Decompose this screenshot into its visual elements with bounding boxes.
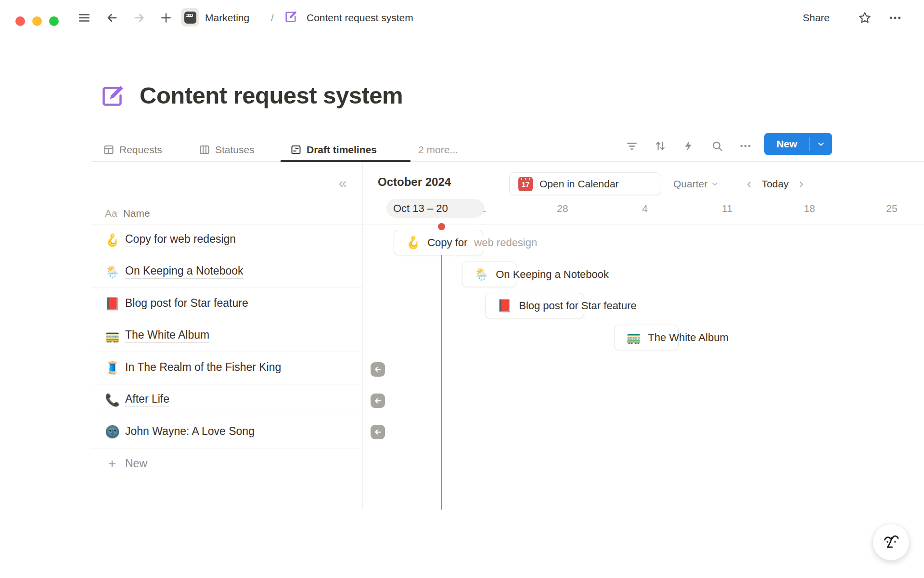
month-gridline — [610, 224, 610, 510]
card-title: On Keeping a Notebook — [496, 268, 609, 281]
sort-icon[interactable] — [652, 137, 669, 155]
close-window-button[interactable] — [15, 16, 25, 26]
timeline-card[interactable]: 🌦️On Keeping a Notebook — [462, 262, 516, 287]
timeline-card[interactable]: 🪝Copy forweb redesign — [394, 230, 483, 255]
breadcrumb-page-icon — [283, 10, 298, 24]
new-button[interactable]: New — [764, 133, 809, 155]
row-emoji-icon: 📞 — [105, 393, 119, 407]
breadcrumb-workspace[interactable]: Marketing — [205, 11, 249, 25]
card-emoji-icon: 🪝 — [406, 236, 421, 250]
breadcrumb-separator: / — [271, 11, 274, 25]
table-row[interactable]: 🪝Copy for web redesign — [91, 224, 362, 256]
table-row[interactable]: 📕Blog post for Star feature — [91, 288, 362, 320]
table-icon — [103, 144, 115, 156]
zoom-window-button[interactable] — [49, 16, 59, 26]
card-emoji-icon: 🚃 — [626, 330, 641, 344]
board-icon — [199, 144, 210, 156]
table-row[interactable]: 📞After Life — [91, 384, 362, 417]
date-tick: 18 — [804, 203, 815, 214]
row-emoji-icon: 🌦️ — [105, 265, 119, 279]
scroll-to-item-button[interactable] — [371, 394, 385, 408]
tabs-divider — [91, 161, 924, 162]
row-title-link[interactable]: On Keeping a Notebook — [125, 264, 244, 279]
row-title-link[interactable]: After Life — [125, 393, 169, 407]
row-title-link[interactable]: The White Album — [125, 328, 209, 343]
tab-draft-timelines[interactable]: Draft timelines — [290, 139, 377, 161]
tab-requests[interactable]: Requests — [103, 139, 162, 161]
new-dropdown-button[interactable] — [810, 133, 832, 155]
column-name-label: Name — [123, 208, 150, 219]
row-title-link[interactable]: Blog post for Star feature — [125, 297, 248, 311]
table-row[interactable]: 🧵In The Realm of the Fisher King — [91, 352, 362, 384]
card-title: Copy for — [427, 236, 467, 249]
next-week-button[interactable]: › — [799, 176, 804, 191]
minimize-window-button[interactable] — [32, 16, 42, 26]
today-button[interactable]: Today — [762, 178, 789, 190]
card-title: The White Album — [648, 331, 729, 344]
row-emoji-icon: 🚃 — [105, 329, 119, 343]
back-icon[interactable] — [105, 11, 119, 25]
tab-statuses[interactable]: Statuses — [199, 139, 255, 161]
ai-face-icon — [881, 532, 901, 552]
card-title: Blog post for Star feature — [519, 300, 637, 312]
page-icon[interactable] — [99, 83, 126, 110]
automations-lightning-icon[interactable] — [680, 137, 697, 155]
scroll-to-item-button[interactable] — [371, 425, 385, 439]
chevron-down-icon — [711, 181, 718, 187]
today-line — [441, 224, 442, 510]
card-emoji-icon: 📕 — [497, 299, 512, 313]
tab-label: Draft timelines — [307, 144, 377, 156]
filter-icon[interactable] — [623, 137, 641, 155]
row-emoji-icon: 🧵 — [105, 361, 119, 375]
tab-label: Requests — [119, 144, 162, 156]
zoom-level-label: Quarter — [673, 178, 707, 190]
share-button[interactable]: Share — [803, 11, 830, 25]
active-tab-underline — [281, 160, 411, 162]
arrow-left-icon — [373, 428, 382, 436]
table-new-row-button[interactable]: +New — [91, 448, 362, 481]
row-emoji-icon: 📕 — [105, 297, 119, 311]
new-button-group: New — [764, 133, 832, 155]
timeline-icon — [290, 144, 302, 156]
timeline-navigation: ‹ Today › — [747, 172, 803, 195]
timeline-month-label: October 2024 — [378, 175, 451, 189]
current-week-pill[interactable]: Oct 13 – 20 — [386, 199, 484, 218]
tab-label: Statuses — [215, 144, 255, 156]
new-page-icon[interactable] — [159, 11, 173, 25]
timeline-zoom-select[interactable]: Quarter — [673, 172, 718, 195]
forward-icon[interactable] — [132, 11, 146, 25]
breadcrumb-page[interactable]: Content request system — [307, 11, 413, 25]
timeline-card[interactable]: 🚃The White Album — [614, 325, 679, 350]
table-row[interactable]: 🌦️On Keeping a Notebook — [91, 256, 362, 289]
favorite-star-icon[interactable] — [858, 11, 872, 25]
calendar-icon: 17 — [518, 177, 533, 191]
row-title-link[interactable]: John Wayne: A Love Song — [125, 425, 255, 439]
scroll-to-item-button[interactable] — [371, 362, 385, 377]
table-row[interactable]: 🌚John Wayne: A Love Song — [91, 416, 362, 448]
prev-week-button[interactable]: ‹ — [747, 176, 751, 191]
timeline-card[interactable]: 📕Blog post for Star feature — [485, 293, 584, 318]
notion-ai-button[interactable] — [873, 524, 910, 561]
view-options-icon[interactable] — [737, 137, 754, 155]
sidebar-menu-icon[interactable] — [77, 11, 91, 25]
column-type-icon: Aa — [105, 208, 117, 219]
table-row[interactable]: 🚃The White Album — [91, 320, 362, 353]
header-divider — [91, 224, 924, 224]
card-emoji-icon: 🌦️ — [474, 267, 489, 281]
table-column-header[interactable]: Aa Name — [91, 202, 150, 224]
card-title-overflow: web redesign — [474, 236, 537, 249]
arrow-left-icon — [373, 365, 382, 374]
new-row-label: New — [125, 457, 147, 471]
row-title-link[interactable]: Copy for web redesign — [125, 233, 236, 247]
date-tick: 25 — [886, 203, 897, 214]
more-tabs-button[interactable]: 2 more... — [418, 139, 458, 161]
panel-divider[interactable] — [362, 162, 363, 510]
more-options-icon[interactable] — [888, 11, 902, 25]
breadcrumb-workspace-icon[interactable] — [181, 8, 199, 26]
search-icon[interactable] — [708, 137, 726, 155]
row-title-link[interactable]: In The Realm of the Fisher King — [125, 361, 281, 375]
open-in-calendar-label: Open in Calendar — [539, 178, 619, 190]
collapse-table-icon[interactable]: « — [334, 174, 351, 192]
open-in-calendar-button[interactable]: 17 Open in Calendar — [509, 172, 661, 195]
today-dot — [438, 223, 445, 230]
